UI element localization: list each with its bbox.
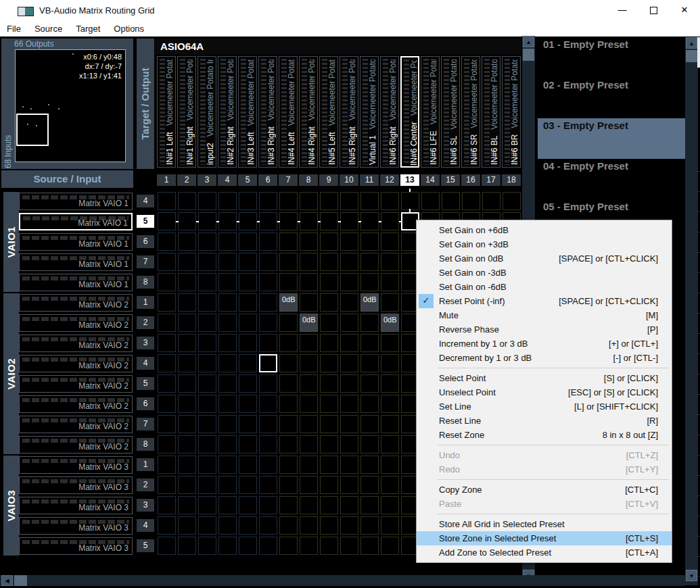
matrix-cell[interactable]: [239, 212, 257, 230]
column-number-13[interactable]: 13: [400, 174, 419, 186]
column-header-9[interactable]: IN#5 LeftVoicemeeter Potato Insert: [319, 56, 338, 168]
matrix-cell[interactable]: [239, 476, 257, 494]
matrix-cell[interactable]: [239, 314, 257, 332]
matrix-cell[interactable]: [300, 496, 318, 514]
matrix-cell[interactable]: [218, 192, 237, 210]
matrix-cell[interactable]: [259, 456, 277, 474]
matrix-cell-selected[interactable]: [259, 354, 277, 372]
matrix-cell[interactable]: [259, 192, 277, 210]
matrix-cell[interactable]: [360, 516, 379, 535]
row-header-vaio3-2[interactable]: Matrix VAIO 3: [19, 476, 133, 494]
matrix-cell[interactable]: [360, 395, 379, 413]
matrix-cell[interactable]: [239, 334, 257, 352]
row-number-3[interactable]: 3: [137, 337, 154, 349]
matrix-cell[interactable]: [178, 354, 196, 372]
matrix-cell[interactable]: [218, 253, 237, 271]
matrix-cell[interactable]: [279, 456, 298, 474]
matrix-cell[interactable]: [198, 516, 216, 535]
matrix-cell[interactable]: [279, 476, 298, 494]
overview-minimap[interactable]: x0:6 / y0:48dx:7 / dy:-7x1:13 / y1:41: [15, 49, 126, 162]
matrix-cell[interactable]: [320, 212, 338, 230]
row-header-vaio2-5[interactable]: Matrix VAIO 2: [19, 375, 133, 393]
column-number-5[interactable]: 5: [238, 174, 257, 186]
matrix-cell[interactable]: [218, 212, 237, 230]
matrix-cell[interactable]: [178, 212, 196, 230]
row-header-vaio3-4[interactable]: Matrix VAIO 3: [19, 517, 133, 535]
matrix-cell[interactable]: [218, 232, 237, 251]
row-number-6[interactable]: 6: [137, 235, 154, 248]
matrix-cell[interactable]: [178, 232, 196, 251]
matrix-cell[interactable]: [320, 435, 338, 454]
menu-options[interactable]: Options: [107, 22, 151, 36]
menu-item[interactable]: Undo[CTL+Z]: [417, 448, 672, 462]
matrix-cell[interactable]: [178, 293, 196, 312]
matrix-cell[interactable]: [158, 435, 176, 454]
matrix-cell[interactable]: [320, 314, 338, 332]
matrix-cell[interactable]: [239, 192, 257, 210]
menu-item[interactable]: Reset Zone8 in x 8 out [Z]: [417, 428, 672, 442]
row-number-3[interactable]: 3: [137, 499, 154, 512]
row-header-vaio1-7[interactable]: Matrix VAIO 1: [19, 253, 133, 271]
matrix-cell[interactable]: [259, 476, 277, 494]
matrix-cell[interactable]: [198, 273, 216, 291]
matrix-cell[interactable]: [320, 253, 338, 271]
matrix-cell[interactable]: [340, 273, 358, 291]
matrix-cell[interactable]: [360, 496, 379, 514]
menu-source[interactable]: Source: [28, 22, 69, 36]
menu-item[interactable]: Increment by 1 or 3 dB[+] or [CTL+]: [417, 337, 672, 351]
matrix-cell[interactable]: [300, 537, 318, 555]
matrix-cell[interactable]: [340, 415, 358, 433]
matrix-cell[interactable]: [300, 293, 318, 312]
matrix-cell[interactable]: [340, 212, 358, 230]
row-header-vaio1-6[interactable]: Matrix VAIO 1: [19, 233, 133, 251]
preset-item-3[interactable]: 03 - Empty Preset: [538, 118, 685, 159]
row-header-vaio2-6[interactable]: Matrix VAIO 2: [19, 395, 133, 413]
row-number-8[interactable]: 8: [137, 438, 154, 451]
row-header-vaio1-8[interactable]: Matrix VAIO 1: [19, 274, 133, 291]
matrix-cell[interactable]: [401, 192, 419, 210]
column-number-18[interactable]: 18: [502, 174, 521, 186]
row-header-vaio2-7[interactable]: Matrix VAIO 2: [19, 416, 133, 433]
matrix-cell[interactable]: [340, 314, 358, 332]
matrix-cell[interactable]: [340, 435, 358, 454]
matrix-cell[interactable]: [300, 374, 318, 393]
matrix-cell[interactable]: [218, 374, 237, 393]
matrix-cell[interactable]: [340, 354, 358, 372]
matrix-cell[interactable]: [340, 476, 358, 494]
matrix-cell-gain[interactable]: 0dB: [360, 293, 379, 312]
matrix-cell[interactable]: [158, 456, 176, 474]
matrix-cell[interactable]: [218, 354, 237, 372]
matrix-cell[interactable]: [320, 374, 338, 393]
matrix-cell[interactable]: [279, 395, 298, 413]
matrix-cell[interactable]: [279, 212, 298, 230]
matrix-cell[interactable]: [381, 354, 399, 372]
matrix-cell[interactable]: [158, 496, 176, 514]
menu-item[interactable]: Set Gain on 0dB[SPACE] or [CTL+CLICK]: [417, 251, 672, 266]
matrix-cell[interactable]: [279, 537, 298, 555]
matrix-cell[interactable]: [360, 456, 379, 474]
matrix-cell[interactable]: [158, 395, 176, 413]
matrix-cell[interactable]: [158, 314, 176, 332]
matrix-cell[interactable]: [259, 516, 277, 535]
matrix-cell-gain[interactable]: 0dB: [279, 293, 298, 312]
matrix-cell[interactable]: [218, 537, 237, 555]
matrix-cell[interactable]: [239, 456, 257, 474]
column-header-5[interactable]: IN#3 LeftVoicemeeter Potato Insert: [238, 56, 257, 168]
column-header-1[interactable]: IN#1 LeftVoicemeeter Potato Insert: [157, 56, 176, 168]
matrix-cell[interactable]: [360, 273, 379, 291]
matrix-cell[interactable]: [259, 273, 277, 291]
matrix-cell[interactable]: [300, 232, 318, 251]
matrix-cell[interactable]: [340, 232, 358, 251]
matrix-cell[interactable]: [198, 253, 216, 271]
matrix-cell[interactable]: [360, 374, 379, 393]
menu-item[interactable]: ✓Reset Point (-inf)[SPACE] or [CTL+CLICK…: [417, 294, 672, 308]
matrix-cell[interactable]: [178, 537, 196, 555]
column-number-11[interactable]: 11: [360, 174, 379, 186]
matrix-cell[interactable]: [381, 395, 399, 413]
matrix-cell[interactable]: [360, 354, 379, 372]
maximize-button[interactable]: [638, 0, 669, 22]
matrix-cell[interactable]: [239, 374, 257, 393]
matrix-cell[interactable]: [320, 395, 338, 413]
menu-item[interactable]: Add Zone to Selected Preset[CTL+A]: [417, 545, 672, 560]
matrix-cell[interactable]: [218, 415, 237, 433]
